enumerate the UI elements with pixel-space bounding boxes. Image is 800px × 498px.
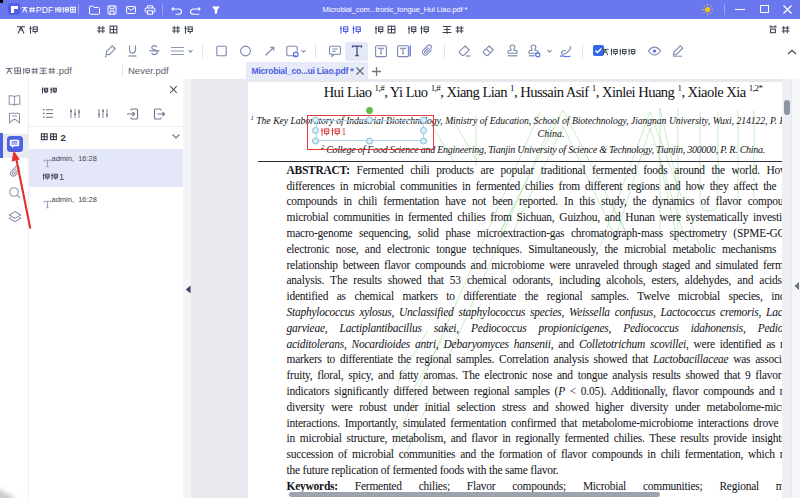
svg-text:1: 1 (342, 127, 347, 137)
svg-text:2: 2 (61, 132, 66, 142)
svg-text:PDF: PDF (36, 5, 54, 15)
svg-text:1: 1 (59, 172, 64, 181)
